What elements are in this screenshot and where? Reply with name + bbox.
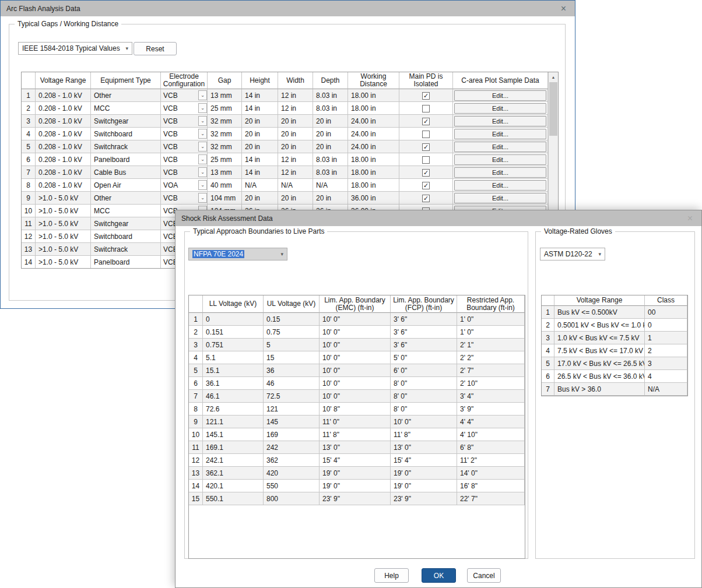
table-row[interactable]: 7 Bus kV > 36.0 N/A (542, 383, 687, 396)
shock-titlebar[interactable]: Shock Risk Assessment Data × (176, 210, 701, 226)
table-row[interactable]: 4 5.1 15 10' 0" 5' 0" 2' 2" (189, 351, 525, 364)
table-row[interactable]: 1 Bus kV <= 0.500kV 00 (542, 306, 687, 319)
row-number: 14 (189, 480, 203, 492)
lim-app-boundary-fcp-cell: 13' 0" (391, 441, 457, 454)
isolated-checkbox[interactable]: ✓ (422, 182, 430, 189)
equipment-type-cell: Switchrack (91, 140, 161, 153)
reset-button[interactable]: Reset (134, 42, 177, 55)
electrode-config-combo[interactable]: VCB ⌄ (163, 128, 207, 140)
table-row[interactable]: 5 17.0 kV < Bus kV <= 26.5 kV 3 (542, 357, 687, 370)
edit-button[interactable]: Edit... (454, 142, 546, 152)
table-row[interactable]: 15 550.1 800 23' 9" 23' 9" 22' 7" (189, 492, 525, 505)
isolated-checkbox[interactable] (422, 131, 430, 138)
chevron-down-icon[interactable]: ⌄ (198, 116, 207, 126)
electrode-config-combo[interactable]: VCB ⌄ (163, 115, 207, 127)
table-row[interactable]: 4 0.208 - 1.0 kV Switchboard VCB ⌄ 32 mm… (22, 128, 548, 140)
table-row[interactable]: 14 420.1 550 19' 0" 19' 0" 16' 8" (189, 480, 525, 492)
chevron-down-icon[interactable]: ⌄ (198, 154, 207, 164)
table-row[interactable]: 7 46.1 72.5 10' 0" 8' 0" 3' 4" (189, 390, 525, 403)
isolated-checkbox[interactable]: ✓ (422, 195, 430, 202)
isolated-checkbox[interactable] (422, 105, 430, 112)
table-row[interactable]: 2 0.208 - 1.0 kV MCC VCB ⌄ 25 mm 14 in 1… (22, 102, 548, 115)
cancel-button[interactable]: Cancel (467, 568, 501, 583)
gloves-standard-dropdown[interactable]: ASTM D120-22 ▾ (540, 248, 605, 260)
chevron-down-icon[interactable]: ⌄ (198, 129, 207, 139)
close-icon[interactable]: × (558, 4, 569, 13)
lim-app-boundary-fcp-cell: 8' 0" (391, 403, 457, 416)
table-row[interactable]: 5 15.1 36 10' 0" 6' 0" 2' 7" (189, 364, 525, 377)
edit-button[interactable]: Edit... (454, 129, 546, 139)
table-row[interactable]: 1 0.208 - 1.0 kV Other VCB ⌄ 13 mm 14 in… (22, 89, 548, 102)
isolated-checkbox[interactable]: ✓ (422, 118, 430, 125)
lim-app-boundary-emc-cell: 23' 9" (320, 492, 391, 505)
edit-button[interactable]: Edit... (454, 167, 546, 178)
electrode-config-combo[interactable]: VCB ⌄ (163, 192, 207, 204)
ok-button[interactable]: OK (422, 568, 456, 583)
table-row[interactable]: 2 0.5001 kV < Bus kV <= 1.0 kV 0 (542, 319, 687, 332)
electrode-config-combo[interactable]: VCB ⌄ (163, 140, 207, 153)
standard-dropdown-value: IEEE 1584-2018 Typical Values (22, 44, 120, 52)
table-row[interactable]: 5 0.208 - 1.0 kV Switchrack VCB ⌄ 32 mm … (22, 140, 548, 153)
table-row[interactable]: 9 121.1 145 11' 0" 10' 0" 4' 4" (189, 416, 525, 428)
electrode-config-value: VCB (163, 130, 178, 138)
scroll-thumb[interactable] (549, 82, 557, 136)
nfpa-standard-dropdown[interactable]: NFPA 70E 2024 ▾ (188, 248, 287, 260)
restricted-app-boundary-cell: 3' 9" (457, 403, 525, 416)
row-number: 5 (542, 357, 554, 370)
electrode-config-combo[interactable]: VCB ⌄ (163, 89, 207, 101)
electrode-config-combo[interactable]: VCB ⌄ (163, 102, 207, 114)
isolated-checkbox[interactable]: ✓ (422, 169, 430, 177)
equipment-type-cell: Cable Bus (91, 166, 161, 179)
table-row[interactable]: 11 169.1 242 13' 0" 13' 0" 6' 8" (189, 441, 525, 454)
close-icon[interactable]: × (685, 214, 696, 223)
scroll-up-icon[interactable]: ▲ (549, 72, 558, 82)
electrode-config-combo[interactable]: VCB ⌄ (163, 153, 207, 166)
table-row[interactable]: 4 7.5 kV < Bus kV <= 17.0 kV 2 (542, 344, 687, 357)
electrode-config-combo[interactable]: VOA ⌄ (163, 179, 207, 191)
table-row[interactable]: 7 0.208 - 1.0 kV Cable Bus VCB ⌄ 13 mm 1… (22, 166, 548, 179)
isolated-checkbox[interactable]: ✓ (422, 92, 430, 100)
table-row[interactable]: 8 0.208 - 1.0 kV Open Air VOA ⌄ 40 mm N/… (22, 179, 548, 192)
edit-button[interactable]: Edit... (454, 193, 546, 203)
boundaries-group-label: Typical Approach Boundaries to Live Part… (190, 227, 327, 235)
arc-flash-titlebar[interactable]: Arc Flash Analysis Data × (1, 1, 575, 16)
table-row[interactable]: 3 1.0 kV < Bus kV <= 7.5 kV 1 (542, 332, 687, 344)
table-row[interactable]: 6 26.5 kV < Bus kV <= 36.0 kV 4 (542, 370, 687, 383)
edit-button[interactable]: Edit... (454, 103, 546, 114)
electrode-config-combo[interactable]: VCB ⌄ (163, 166, 207, 178)
table-row[interactable]: 10 145.1 169 11' 8" 11' 8" 4' 10" (189, 428, 525, 441)
standard-dropdown[interactable]: IEEE 1584-2018 Typical Values ▾ (18, 42, 132, 55)
ul-voltage-cell: 46 (264, 377, 320, 390)
chevron-down-icon[interactable]: ⌄ (198, 103, 207, 113)
table-row[interactable]: 3 0.208 - 1.0 kV Switchgear VCB ⌄ 32 mm … (22, 115, 548, 128)
chevron-down-icon[interactable]: ⌄ (198, 90, 207, 100)
lim-app-boundary-emc-cell: 11' 8" (320, 428, 391, 441)
table-row[interactable]: 8 72.6 121 10' 8" 8' 0" 3' 9" (189, 403, 525, 416)
table-row[interactable]: 6 0.208 - 1.0 kV Panelboard VCB ⌄ 25 mm … (22, 153, 548, 166)
help-button[interactable]: Help (374, 568, 409, 583)
chevron-down-icon[interactable]: ⌄ (198, 193, 207, 203)
isolated-cell: ✓ (399, 115, 453, 128)
table-row[interactable]: 3 0.751 5 10' 0" 3' 6" 2' 1" (189, 339, 525, 351)
ul-voltage-cell: 550 (264, 480, 320, 492)
ll-voltage-cell: 36.1 (203, 377, 264, 390)
table-row[interactable]: 6 36.1 46 10' 0" 8' 0" 2' 10" (189, 377, 525, 390)
table-row[interactable]: 12 242.1 362 15' 4" 15' 4" 11' 2" (189, 454, 525, 467)
chevron-down-icon[interactable]: ⌄ (198, 142, 207, 152)
table-row[interactable]: 13 362.1 420 19' 0" 19' 0" 14' 0" (189, 467, 525, 480)
edit-button[interactable]: Edit... (454, 180, 546, 191)
table-row[interactable]: 2 0.151 0.75 10' 0" 3' 6" 1' 0" (189, 326, 525, 339)
edit-button[interactable]: Edit... (454, 116, 546, 126)
edit-button[interactable]: Edit... (454, 154, 546, 165)
row-number: 9 (22, 192, 36, 205)
isolated-checkbox[interactable] (422, 156, 430, 164)
isolated-cell (399, 102, 453, 115)
ll-voltage-cell: 0.151 (203, 326, 264, 339)
isolated-checkbox[interactable]: ✓ (422, 143, 430, 151)
edit-button[interactable]: Edit... (454, 90, 546, 101)
table-row[interactable]: 9 >1.0 - 5.0 kV Other VCB ⌄ 104 mm 20 in… (22, 192, 548, 205)
voltage-range-cell: >1.0 - 5.0 kV (36, 192, 91, 205)
table-row[interactable]: 1 0 0.15 10' 0" 3' 6" 1' 0" (189, 313, 525, 326)
chevron-down-icon[interactable]: ⌄ (198, 167, 207, 177)
chevron-down-icon[interactable]: ⌄ (198, 180, 207, 190)
